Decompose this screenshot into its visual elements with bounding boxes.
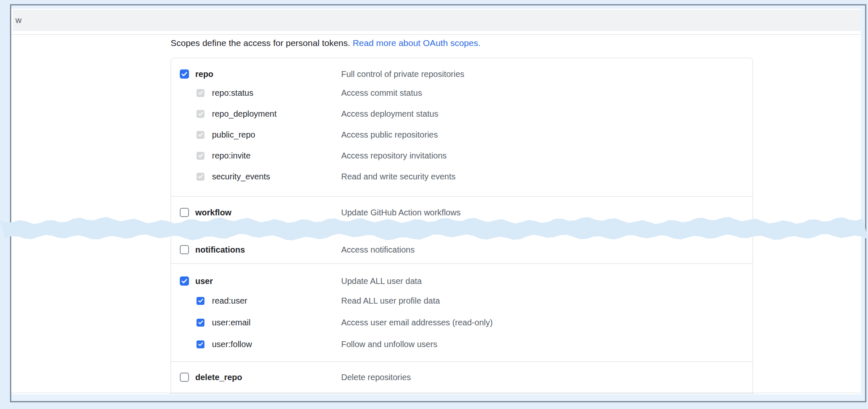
scope-description: Delete repositories [341,373,411,382]
scope-name: repo:invite [212,151,250,161]
scope-description: Access deployment status [341,109,438,119]
check-icon [198,174,204,179]
scope-description: Follow and unfollow users [341,340,437,349]
scope-description: Access commit status [341,88,422,98]
scope-name: repo:status [212,88,253,98]
scope-checkbox[interactable] [180,373,189,382]
scope-row: repo:invite Access repository invitation… [171,145,753,166]
check-icon [198,153,204,158]
window-header-bar: w [13,10,861,31]
scope-row: security_events Read and write security … [171,166,753,187]
scope-name[interactable]: user:email [212,318,250,327]
scope-description: Access repository invitations [341,151,447,161]
window-header-label: w [15,15,21,25]
scope-checkbox[interactable] [180,69,189,79]
scope-name[interactable]: user [195,276,213,286]
scopes-intro: Scopes define the access for personal to… [171,38,861,49]
scope-description: Read and write security events [341,172,455,181]
scope-description: Access user email addresses (read-only) [341,318,493,327]
intro-text: Scopes define the access for personal to… [171,38,350,48]
scope-row: delete_repo Delete repositories [171,369,753,386]
token-scopes-section: Scopes define the access for personal to… [171,35,861,394]
scope-name[interactable]: notifications [195,245,245,255]
check-icon [198,111,204,117]
scopes-panel: repo Full control of private repositorie… [171,58,753,394]
browser-window: w Scopes define the access for personal … [10,4,866,402]
scope-row: public_repo Access public repositories [171,124,753,145]
scope-row: repo_deployment Access deployment status [171,103,753,124]
scope-name[interactable]: workflow [195,208,232,217]
scope-checkbox [197,110,204,118]
scope-checkbox[interactable] [180,245,189,254]
scope-name: repo_deployment [212,109,277,119]
check-icon [198,341,204,347]
scope-checkbox[interactable] [197,297,204,305]
scope-group: notifications Access notifications [171,232,753,263]
scope-row: notifications Access notifications [171,241,753,258]
scope-description: Access public repositories [341,130,438,140]
scope-row: repo:status Access commit status [171,82,753,103]
check-icon [181,71,188,77]
scope-row: user:email Access user email addresses (… [171,312,753,333]
scope-name[interactable]: repo [195,69,213,79]
scope-checkbox [197,131,204,139]
scope-row: user Update ALL user data [171,272,753,290]
scope-checkbox[interactable] [180,276,189,286]
scope-description: Read ALL user profile data [341,296,440,306]
scope-description: Access notifications [341,245,415,255]
scope-name[interactable]: read:user [212,296,248,306]
scope-name: security_events [212,172,270,181]
scope-row: workflow Update GitHub Action workflows [171,204,753,221]
oauth-scopes-link[interactable]: Read more about OAuth scopes. [352,38,480,48]
scope-group: delete_repo Delete repositories [171,361,753,393]
scope-group [171,393,753,394]
scope-description: Full control of private repositories [341,69,465,79]
scope-checkbox [197,152,204,160]
scope-checkbox[interactable] [197,319,204,327]
scope-checkbox[interactable] [180,208,189,217]
scope-row: repo Full control of private repositorie… [171,66,753,82]
page-background: w Scopes define the access for personal … [11,9,861,394]
scope-checkbox [197,89,204,97]
check-icon [181,278,188,284]
scope-name[interactable]: delete_repo [195,373,242,382]
scope-group: workflow Update GitHub Action workflows [171,196,753,232]
check-icon [198,320,204,325]
scope-name[interactable]: user:follow [212,340,252,349]
scope-name: public_repo [212,130,255,140]
scope-group: user Update ALL user data read:user Read… [171,263,753,361]
scope-checkbox [197,173,204,181]
scope-description: Update GitHub Action workflows [341,208,461,217]
check-icon [198,90,204,96]
scope-group: repo Full control of private repositorie… [171,58,753,196]
check-icon [198,298,204,304]
scope-description: Update ALL user data [341,276,422,286]
scope-checkbox[interactable] [197,340,204,348]
scope-row: user:follow Follow and unfollow users [171,333,753,355]
check-icon [198,132,204,138]
scope-row: read:user Read ALL user profile data [171,290,753,312]
